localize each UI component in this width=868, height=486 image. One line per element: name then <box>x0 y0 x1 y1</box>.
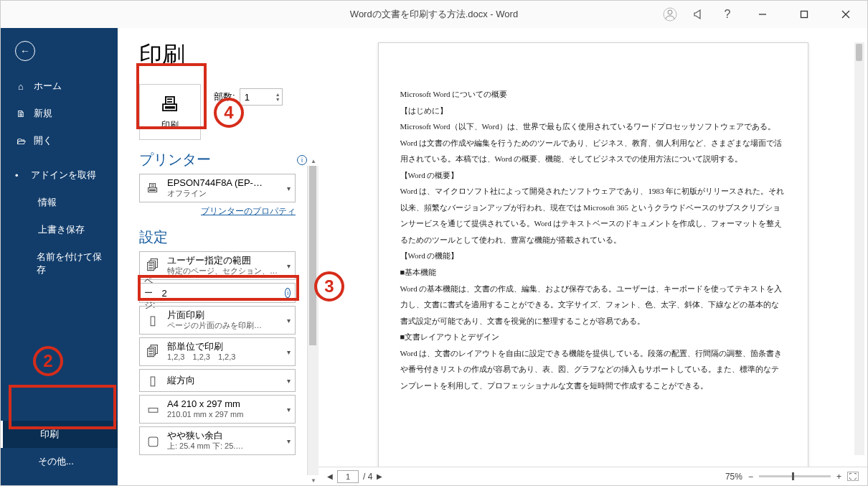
sidebar-label-save: 上書き保存 <box>38 223 85 236</box>
preview-paragraph: Microsoft Word（以下、Word）は、世界で最も広く使用されているワ… <box>400 118 786 167</box>
margins-line1: やや狭い余白 <box>167 430 281 441</box>
preview-scrollbar[interactable] <box>854 42 864 455</box>
sidebar-item-addin[interactable]: アドインを取得 <box>1 162 118 189</box>
sidebar-label-print: 印刷 <box>40 428 59 441</box>
zoom-value: 75% <box>725 472 742 482</box>
info-icon[interactable]: i <box>297 155 307 165</box>
preview-paragraph: ■基本機能 <box>400 264 786 281</box>
duplex-line2: ページの片面のみを印刷… <box>167 321 281 331</box>
titlebar: Wordの文書を印刷する方法.docx - Word ? <box>1 1 867 28</box>
duplex-selector[interactable]: ▯ 片面印刷 ページの片面のみを印刷… ▾ <box>139 306 296 335</box>
collate-icon: 🗐 <box>144 345 161 360</box>
orientation-icon: ▯ <box>144 373 161 388</box>
total-pages: / 4 <box>363 472 372 482</box>
chevron-down-icon: ▾ <box>287 317 291 324</box>
sidebar-item-other[interactable]: その他... <box>1 448 118 475</box>
next-page-button[interactable]: ▶ <box>377 472 382 480</box>
chevron-down-icon: ▾ <box>287 348 291 356</box>
home-icon: ⌂ <box>15 80 27 92</box>
settings-scrollbar[interactable]: ▲ ▼ <box>307 166 319 475</box>
scope-icon: 🗐 <box>144 258 161 274</box>
preview-paragraph: Word の基本機能は、文書の作成、編集、および保存である。ユーザーは、キーボー… <box>400 281 786 330</box>
zoom-out-button[interactable]: − <box>748 472 753 482</box>
preview-paragraph: 【はじめに】 <box>400 103 786 119</box>
chevron-down-icon: ▾ <box>287 377 291 385</box>
preview-paragraph: Word は、マイクロソフト社によって開発されたソフトウェアであり、1983 年… <box>400 183 786 248</box>
sidebar-label-saveas: 名前を付けて保存 <box>37 251 103 276</box>
paper-line2: 210.01 mm x 297 mm <box>167 410 281 420</box>
megaphone-icon[interactable] <box>691 6 707 22</box>
copies-label: 部数: <box>214 90 235 103</box>
print-button[interactable]: 🖶 印刷 <box>139 84 201 140</box>
page-navigator: ◀ 1 / 4 ▶ <box>327 470 382 483</box>
print-scope-selector[interactable]: 🗐 ユーザー指定の範囲 特定のページ、セクション、… ▾ <box>139 251 296 280</box>
maximize-button[interactable] <box>790 4 819 25</box>
pages-label: ページ: <box>144 275 157 312</box>
preview-paragraph: ■文書レイアウトとデザイン <box>400 329 786 345</box>
window-title: Wordの文書を印刷する方法.docx - Word <box>350 8 518 21</box>
close-button[interactable] <box>831 4 860 25</box>
svg-rect-3 <box>801 11 808 18</box>
paper-size-selector[interactable]: ▭ A4 210 x 297 mm 210.01 mm x 297 mm ▾ <box>139 395 296 424</box>
sidebar-item-new[interactable]: 🗎 新規 <box>1 100 118 127</box>
printer-status: オフライン <box>167 189 281 199</box>
pages-field-row: ページ: i <box>139 283 296 303</box>
info-icon[interactable]: i <box>285 288 291 298</box>
paper-line1: A4 210 x 297 mm <box>167 398 281 410</box>
collate-selector[interactable]: 🗐 部単位で印刷 1,2,3 1,2,3 1,2,3 ▾ <box>139 337 296 366</box>
paper-icon: ▭ <box>144 401 161 417</box>
sidebar-label-home: ホーム <box>34 80 62 93</box>
orientation-selector[interactable]: ▯ 縦方向 ▾ <box>139 369 296 392</box>
sidebar-label-info: 情報 <box>38 196 57 209</box>
sidebar-item-open[interactable]: 🗁 開く <box>1 127 118 154</box>
sidebar-label-new: 新規 <box>34 107 52 120</box>
preview-statusbar: ◀ 1 / 4 ▶ 75% − + ⛶ <box>319 467 867 485</box>
sidebar-label-open: 開く <box>34 134 52 147</box>
help-icon[interactable]: ? <box>720 6 735 22</box>
duplex-line1: 片面印刷 <box>167 309 281 321</box>
sidebar-item-print[interactable]: 印刷 <box>1 421 118 448</box>
print-button-label: 印刷 <box>161 119 179 131</box>
orientation-line1: 縦方向 <box>167 375 281 386</box>
back-button[interactable] <box>15 41 35 61</box>
printer-selector[interactable]: 🖶 EPSON744F8A (EP-… オフライン ▾ <box>139 174 296 202</box>
copies-spinner[interactable]: 1 ▲▼ <box>240 88 283 106</box>
printer-status-icon: 🖶 <box>144 181 161 196</box>
account-icon[interactable] <box>662 6 678 22</box>
chevron-down-icon: ▾ <box>287 184 291 192</box>
scope-line2: 特定のページ、セクション、… <box>167 266 281 276</box>
sidebar-item-save[interactable]: 上書き保存 <box>1 216 118 243</box>
sidebar-item-saveas[interactable]: 名前を付けて保存 <box>1 243 118 284</box>
chevron-down-icon: ▾ <box>287 262 291 270</box>
svg-point-0 <box>668 10 672 14</box>
sidebar-label-other: その他... <box>38 455 74 468</box>
print-preview-area: Microsoft Word についての概要【はじめに】Microsoft Wo… <box>319 28 867 485</box>
new-icon: 🗎 <box>15 108 27 119</box>
zoom-controls: 75% − + ⛶ <box>725 472 859 482</box>
collate-line1: 部単位で印刷 <box>167 341 281 352</box>
preview-paragraph: 【Word の概要】 <box>400 167 786 184</box>
preview-paragraph: 【Word の機能】 <box>400 248 786 264</box>
copies-value: 1 <box>245 92 250 103</box>
page-icon: ▯ <box>144 312 161 328</box>
zoom-in-button[interactable]: + <box>836 472 841 482</box>
fit-page-button[interactable]: ⛶ <box>847 472 859 481</box>
preview-paragraph: Microsoft Word についての概要 <box>400 86 786 103</box>
preview-paragraph: Word は、文書のレイアウトを自由に設定できる機能を提供している。段落の配置、… <box>400 345 786 394</box>
pages-input[interactable] <box>161 284 282 302</box>
printer-name: EPSON744F8A (EP-… <box>167 177 281 189</box>
margins-line2: 上: 25.4 mm 下: 25.… <box>167 441 281 452</box>
prev-page-button[interactable]: ◀ <box>327 472 333 480</box>
sidebar-item-home[interactable]: ⌂ ホーム <box>1 73 118 100</box>
sidebar-item-info[interactable]: 情報 <box>1 189 118 216</box>
margins-selector[interactable]: ▢ やや狭い余白 上: 25.4 mm 下: 25.… ▾ <box>139 426 296 455</box>
margins-icon: ▢ <box>144 433 161 449</box>
chevron-down-icon: ▾ <box>287 406 291 413</box>
settings-section-title: 設定 <box>139 228 307 247</box>
current-page-box[interactable]: 1 <box>337 470 359 483</box>
printer-section-title: プリンター i <box>139 150 307 169</box>
minimize-button[interactable] <box>748 4 777 25</box>
zoom-slider[interactable] <box>759 475 831 477</box>
scope-line1: ユーザー指定の範囲 <box>167 255 281 266</box>
printer-properties-link[interactable]: プリンターのプロパティ <box>139 205 296 218</box>
